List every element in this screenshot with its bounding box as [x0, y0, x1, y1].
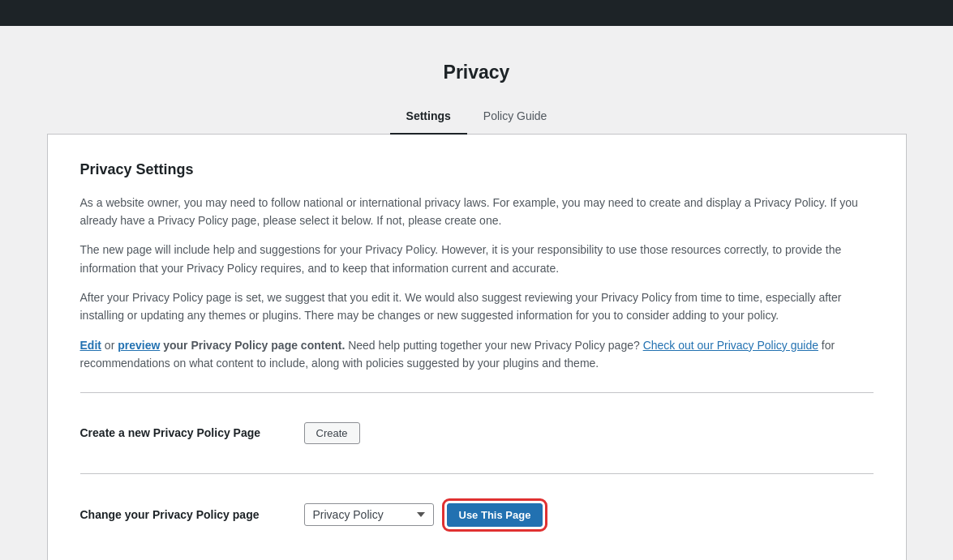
paragraph-1: As a website owner, you may need to foll…: [80, 194, 874, 230]
create-button[interactable]: Create: [304, 422, 360, 444]
section-title: Privacy Settings: [80, 159, 874, 181]
paragraph-2: The new page will include help and sugge…: [80, 241, 874, 277]
links-paragraph: Edit or preview your Privacy Policy page…: [80, 336, 874, 373]
tab-settings[interactable]: Settings: [390, 100, 467, 135]
paragraph-3: After your Privacy Policy page is set, w…: [80, 289, 874, 325]
create-row: Create a new Privacy Policy Page Create: [80, 413, 874, 454]
divider-1: [80, 392, 874, 393]
edit-link[interactable]: Edit: [80, 339, 101, 352]
change-label: Change your Privacy Policy page: [80, 507, 291, 524]
check-out-link[interactable]: Check out our Privacy Policy guide: [643, 339, 818, 352]
preview-link[interactable]: preview: [118, 339, 160, 352]
privacy-page-dropdown[interactable]: Privacy Policy About Contact Home Sample…: [304, 503, 434, 526]
page-title: Privacy: [47, 58, 907, 87]
help-text: Need help putting together your new Priv…: [348, 339, 640, 352]
middle-text: your Privacy Policy page content.: [163, 339, 345, 352]
top-bar: [0, 0, 953, 26]
content-area: Privacy Settings As a website owner, you…: [47, 135, 907, 561]
divider-2: [80, 473, 874, 474]
change-row: Change your Privacy Policy page Privacy …: [80, 494, 874, 536]
tab-policy-guide[interactable]: Policy Guide: [467, 100, 564, 135]
use-this-page-button[interactable]: Use This Page: [447, 503, 543, 527]
tabs-nav: Settings Policy Guide: [47, 100, 907, 135]
create-label: Create a new Privacy Policy Page: [80, 425, 291, 442]
